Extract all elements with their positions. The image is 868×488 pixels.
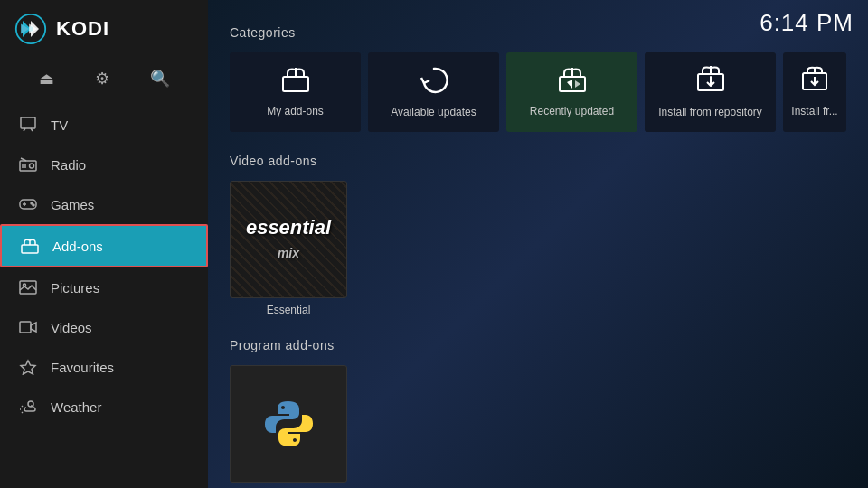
sidebar-item-tv[interactable]: TV xyxy=(0,105,208,145)
app-title: KODI xyxy=(56,17,109,41)
sidebar-item-radio[interactable]: Radio xyxy=(0,145,208,184)
install-from-repository-icon xyxy=(695,65,726,100)
recently-updated-label: Recently updated xyxy=(530,105,614,119)
program-addons-section: Program add-ons python™ xyxy=(230,338,846,488)
sidebar-item-weather[interactable]: Weather xyxy=(0,387,208,427)
sidebar-item-videos[interactable]: Videos xyxy=(0,307,208,347)
addons-icon xyxy=(20,236,40,256)
video-addons-title: Video add-ons xyxy=(230,154,846,168)
radio-icon xyxy=(18,155,38,174)
sidebar-item-pictures-label: Pictures xyxy=(51,280,99,296)
games-icon xyxy=(18,194,38,214)
video-addons-grid: essentialmix Essential xyxy=(230,181,846,316)
svg-point-16 xyxy=(33,204,34,206)
install-from-zip-label: Install fr... xyxy=(791,105,837,119)
svg-point-15 xyxy=(31,202,33,204)
sidebar: KODI ⏏ ⚙ 🔍 TV Radio Games xyxy=(0,0,208,488)
pictures-icon xyxy=(18,277,38,297)
settings-icon[interactable]: ⚙ xyxy=(88,65,117,92)
search-icon[interactable]: 🔍 xyxy=(143,65,177,92)
program-addons-grid: python™ xyxy=(230,365,846,488)
python-thumbnail xyxy=(230,365,347,483)
sidebar-item-addons[interactable]: Add-ons xyxy=(0,224,208,267)
sidebar-item-pictures[interactable]: Pictures xyxy=(0,267,208,307)
svg-rect-23 xyxy=(283,77,308,91)
categories-title: Categories xyxy=(230,25,846,40)
sidebar-item-tv-label: TV xyxy=(51,117,68,133)
sidebar-header: KODI xyxy=(0,0,208,58)
essential-thumb-text: essentialmix xyxy=(246,216,331,264)
essential-label: Essential xyxy=(267,304,311,316)
python-logo-icon xyxy=(261,397,316,451)
category-recently-updated[interactable]: Recently updated xyxy=(506,52,637,132)
svg-rect-17 xyxy=(22,245,38,253)
tv-icon xyxy=(18,115,38,135)
sidebar-item-favourites-label: Favourites xyxy=(51,360,114,375)
sidebar-item-videos-label: Videos xyxy=(51,320,92,335)
categories-section: Categories My add-ons xyxy=(230,25,846,132)
sidebar-item-games-label: Games xyxy=(51,197,94,212)
essential-thumbnail: essentialmix xyxy=(230,181,347,298)
sidebar-action-icons: ⏏ ⚙ 🔍 xyxy=(0,58,208,105)
category-my-add-ons[interactable]: My add-ons xyxy=(230,52,361,132)
available-updates-label: Available updates xyxy=(391,106,476,120)
sidebar-nav: TV Radio Games Add-ons Pictures xyxy=(0,105,208,488)
kodi-logo-icon xyxy=(14,13,47,45)
svg-rect-21 xyxy=(20,322,31,333)
sidebar-item-favourites[interactable]: Favourites xyxy=(0,347,208,387)
addon-essential[interactable]: essentialmix Essential xyxy=(230,181,347,316)
category-available-updates[interactable]: Available updates xyxy=(368,52,499,132)
favourites-icon xyxy=(18,357,38,377)
addon-python[interactable]: python™ xyxy=(230,365,347,488)
my-addons-label: My add-ons xyxy=(267,105,324,119)
install-from-zip-icon xyxy=(801,66,828,99)
program-addons-title: Program add-ons xyxy=(230,338,846,352)
categories-row: My add-ons Available updates xyxy=(230,52,846,132)
main-content: 6:14 PM Categories My add-ons xyxy=(208,0,868,488)
sidebar-item-games[interactable]: Games xyxy=(0,184,208,224)
sidebar-item-addons-label: Add-ons xyxy=(52,239,103,254)
install-from-repository-label: Install from repository xyxy=(653,106,768,120)
videos-icon xyxy=(18,317,38,337)
svg-rect-4 xyxy=(21,117,35,128)
video-addons-section: Video add-ons essentialmix Essential xyxy=(230,154,846,316)
sidebar-item-radio-label: Radio xyxy=(51,157,86,173)
my-addons-icon xyxy=(280,66,311,99)
available-updates-icon xyxy=(419,65,449,100)
sidebar-item-weather-label: Weather xyxy=(51,399,101,415)
weather-icon xyxy=(18,397,38,417)
recently-updated-icon xyxy=(557,66,588,99)
time-display: 6:14 PM xyxy=(760,9,854,37)
power-icon[interactable]: ⏏ xyxy=(32,65,61,92)
category-install-from-zip[interactable]: Install fr... xyxy=(783,52,846,132)
category-install-from-repository[interactable]: Install from repository xyxy=(645,52,776,132)
svg-point-8 xyxy=(30,164,34,168)
